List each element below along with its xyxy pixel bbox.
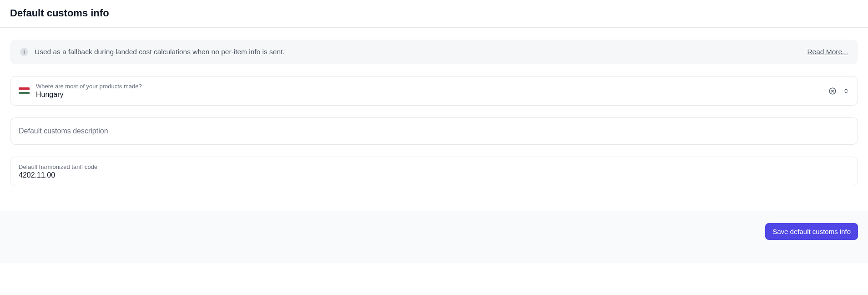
country-select-field[interactable]: Where are most of your products made? Hu… <box>10 76 858 106</box>
info-banner: i Used as a fallback during landed cost … <box>10 40 858 64</box>
customs-description-placeholder: Default customs description <box>19 127 849 135</box>
info-banner-text: Used as a fallback during landed cost ca… <box>35 48 285 56</box>
info-banner-left: i Used as a fallback during landed cost … <box>20 48 285 56</box>
chevron-up-down-icon <box>843 87 849 95</box>
save-button[interactable]: Save default customs info <box>765 223 858 240</box>
hungary-flag-icon <box>19 87 30 95</box>
country-dropdown-toggle[interactable] <box>843 87 849 95</box>
tariff-code-field[interactable]: Default harmonized tariff code 4202.11.0… <box>10 157 858 186</box>
info-icon: i <box>20 48 28 56</box>
page-title: Default customs info <box>10 7 858 19</box>
country-field-actions <box>828 87 849 95</box>
page-footer: Save default customs info <box>0 211 868 263</box>
tariff-field-label: Default harmonized tariff code <box>19 163 849 170</box>
page-content: i Used as a fallback during landed cost … <box>0 28 868 211</box>
tariff-field-value: 4202.11.00 <box>19 171 849 179</box>
read-more-link[interactable]: Read More... <box>807 48 848 56</box>
country-field-value: Hungary <box>36 91 822 99</box>
customs-description-field[interactable]: Default customs description <box>10 117 858 145</box>
clear-x-icon <box>828 87 837 95</box>
page-header: Default customs info <box>0 0 868 28</box>
country-field-body: Where are most of your products made? Hu… <box>36 83 822 99</box>
clear-country-button[interactable] <box>828 87 837 95</box>
country-field-label: Where are most of your products made? <box>36 83 822 90</box>
